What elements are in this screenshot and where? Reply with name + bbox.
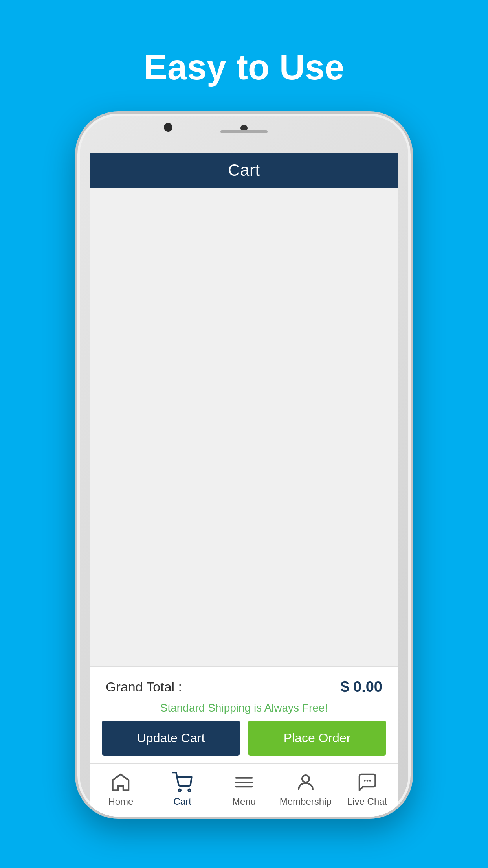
svg-point-8 [369, 780, 371, 782]
nav-item-livechat[interactable]: Live Chat [336, 764, 398, 817]
svg-point-5 [302, 775, 309, 782]
grand-total-label: Grand Total : [106, 679, 182, 695]
svg-point-1 [188, 789, 190, 791]
nav-label-cart: Cart [174, 796, 191, 807]
svg-point-7 [366, 780, 368, 782]
nav-item-membership[interactable]: Membership [275, 764, 336, 817]
livechat-icon [357, 772, 378, 793]
membership-icon [295, 772, 316, 793]
grand-total-value: $ 0.00 [341, 679, 382, 695]
action-buttons: Update Cart Place Order [90, 721, 398, 763]
nav-item-cart[interactable]: Cart [152, 764, 213, 817]
bottom-nav: Home Cart [90, 763, 398, 817]
menu-icon [233, 772, 255, 793]
front-camera-icon [164, 123, 172, 132]
power-button [411, 239, 413, 283]
update-cart-button[interactable]: Update Cart [102, 721, 240, 756]
cart-content-area [90, 188, 398, 666]
volume-down-button [75, 263, 77, 291]
nav-item-menu[interactable]: Menu [213, 764, 275, 817]
nav-label-membership: Membership [280, 796, 332, 807]
home-icon [110, 772, 131, 793]
shipping-text: Standard Shipping is Always Free! [90, 699, 398, 721]
app-header: Cart [90, 153, 398, 188]
speaker-icon [220, 130, 268, 133]
app-header-title: Cart [228, 161, 260, 180]
place-order-button[interactable]: Place Order [248, 721, 386, 756]
svg-point-0 [179, 789, 181, 791]
svg-point-6 [364, 780, 366, 782]
phone-top-bar [77, 114, 411, 153]
nav-label-home: Home [108, 796, 133, 807]
phone-screen: Cart Grand Total : $ 0.00 Standard Shipp… [90, 153, 398, 817]
nav-label-menu: Menu [232, 796, 256, 807]
page-title: Easy to Use [144, 47, 344, 88]
app-footer: Grand Total : $ 0.00 Standard Shipping i… [90, 666, 398, 817]
nav-item-home[interactable]: Home [90, 764, 152, 817]
volume-up-button [75, 224, 77, 251]
cart-icon [172, 772, 193, 793]
grand-total-row: Grand Total : $ 0.00 [90, 666, 398, 699]
nav-label-livechat: Live Chat [347, 796, 387, 807]
phone-frame: Cart Grand Total : $ 0.00 Standard Shipp… [75, 111, 413, 819]
